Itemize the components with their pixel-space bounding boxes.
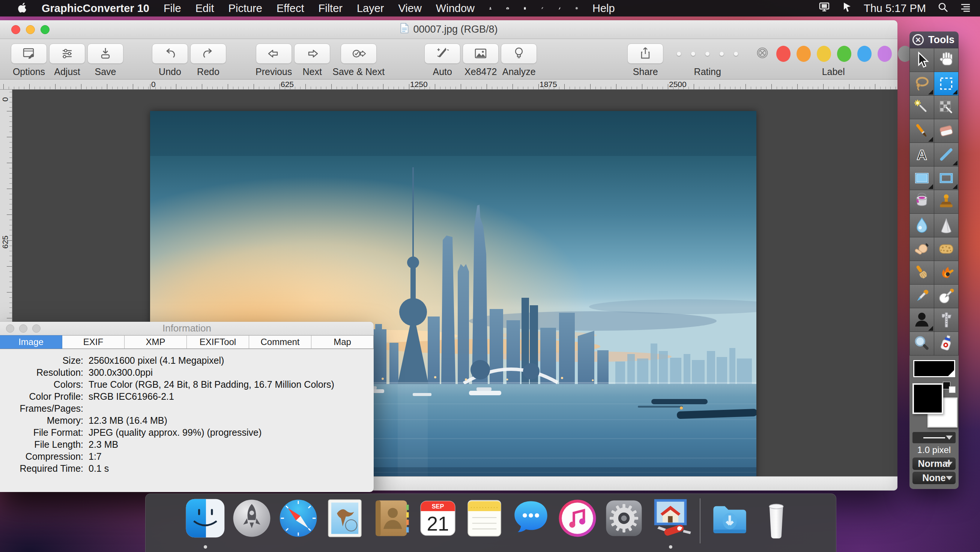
status-list-icon[interactable] [960,2,971,15]
tab-xmp[interactable]: XMP [124,335,187,349]
tool-burn[interactable] [934,261,958,284]
dock-item-downloads[interactable] [706,497,753,549]
close-icon[interactable]: ✕ [912,34,924,45]
tool-rect-filled[interactable] [910,167,934,190]
stroke-width-dropdown[interactable] [912,432,956,443]
menu-gear-icon[interactable] [568,0,585,16]
menu-filter[interactable]: Filter [312,0,350,16]
tool-eyedropper[interactable] [910,285,934,308]
previous-button[interactable]: Previous [256,43,292,77]
tool-color-picker[interactable] [934,285,958,308]
auto-button[interactable]: Auto [424,43,460,77]
menu-knife-icon[interactable] [551,0,568,16]
tools-palette-header[interactable]: ✕ Tools [910,32,959,48]
xe8472-button[interactable]: Xe8472 [463,43,499,77]
label-color-3[interactable] [817,46,831,62]
dock-item-calendar[interactable]: SEP21 [415,497,461,549]
tool-rect-select[interactable] [934,72,958,95]
next-button[interactable]: Next [294,43,330,77]
status-display-icon[interactable] [819,2,830,15]
undo-button[interactable]: Undo [152,43,188,77]
status-search-icon[interactable] [937,2,948,15]
rating-dot-3[interactable] [705,52,710,56]
label-color-4[interactable] [837,46,851,62]
options-button[interactable]: Options [11,43,47,77]
tool-paint-bucket[interactable] [910,190,934,213]
save-next-button[interactable]: Save & Next [332,43,385,77]
tool-glue[interactable] [934,332,958,355]
tab-comment[interactable]: Comment [249,335,312,349]
rating-dot-4[interactable] [720,52,724,56]
tab-exiftool[interactable]: EXIFTool [187,335,249,349]
dock-item-system-preferences[interactable] [601,497,647,549]
dock-item-launchpad[interactable] [229,497,275,549]
tool-finger[interactable] [910,237,934,261]
tool-line[interactable] [934,143,958,166]
tool-brush[interactable] [910,119,934,143]
window-titlebar[interactable]: 00007.jpg (RGB/8) [0,20,897,39]
menu-help[interactable]: Help [585,0,622,16]
no-label-icon[interactable] [754,45,770,62]
tool-lasso[interactable] [910,72,934,95]
apple-menu[interactable] [11,0,35,16]
minimize-button[interactable] [26,25,35,34]
blend-mode-dropdown[interactable]: Normal [912,457,956,470]
rating-dot-2[interactable] [691,52,695,56]
adjust-button[interactable]: Adjust [49,43,85,77]
dock-item-graphicconverter[interactable] [647,497,694,549]
default-colors-icon[interactable] [943,382,956,393]
minimize-button[interactable] [19,324,27,333]
tab-map[interactable]: Map [312,335,374,349]
tab-exif[interactable]: EXIF [62,335,124,349]
tab-image[interactable]: Image [0,335,62,349]
share-button[interactable]: Share [627,43,663,77]
line-preview-swatch[interactable] [913,360,955,377]
menu-window[interactable]: Window [429,0,482,16]
status-presenter-icon[interactable] [841,2,853,15]
menu-picture[interactable]: Picture [221,0,269,16]
tool-text[interactable]: A [910,143,934,166]
foreground-color-swatch[interactable] [912,383,943,414]
dock-item-safari[interactable] [275,497,321,549]
tool-pointer[interactable] [910,48,934,71]
tool-transparency-wand[interactable] [934,96,958,119]
tool-sponge[interactable] [934,237,958,261]
rating-dot-5[interactable] [734,52,738,56]
menu-pin-icon[interactable] [533,0,551,16]
information-titlebar[interactable]: Information [0,322,374,335]
label-color-6[interactable] [878,46,892,62]
menu-clipboard-icon[interactable] [516,0,533,16]
menu-person-icon[interactable] [482,0,499,16]
close-button[interactable] [6,324,14,333]
menu-clock[interactable]: Thu 5:17 PM [864,2,926,14]
dock-item-trash[interactable] [753,497,800,549]
app-menu[interactable]: GraphicConverter 10 [35,0,156,16]
tool-magnifier[interactable] [910,332,934,355]
label-color-5[interactable] [858,46,872,62]
label-color-2[interactable] [797,46,811,62]
tool-magic-wand[interactable] [910,96,934,119]
tool-silhouette[interactable] [910,308,934,332]
menu-edit[interactable]: Edit [188,0,221,16]
dock-item-messages[interactable] [508,497,554,549]
label-color-1[interactable] [776,46,791,62]
dock-item-contacts[interactable] [368,497,415,549]
tool-water-drop[interactable] [910,214,934,237]
rating-dot-1[interactable] [677,52,681,56]
tool-stamp[interactable] [934,190,958,213]
close-button[interactable] [11,25,20,34]
tool-eraser[interactable] [934,119,958,143]
menu-file[interactable]: File [156,0,188,16]
save-button[interactable]: Save [88,43,123,77]
dock-item-itunes[interactable] [554,497,601,549]
tool-hand[interactable] [934,48,958,71]
menu-layer[interactable]: Layer [350,0,391,16]
tool-cone[interactable] [934,214,958,237]
menu-camera-icon[interactable] [499,0,516,16]
dock-item-mail[interactable] [321,497,368,549]
tool-rect-outline[interactable] [934,167,958,190]
effect-dropdown[interactable]: None [912,472,956,484]
dock-item-notes[interactable] [461,497,508,549]
menu-view[interactable]: View [391,0,429,16]
redo-button[interactable]: Redo [190,43,226,77]
